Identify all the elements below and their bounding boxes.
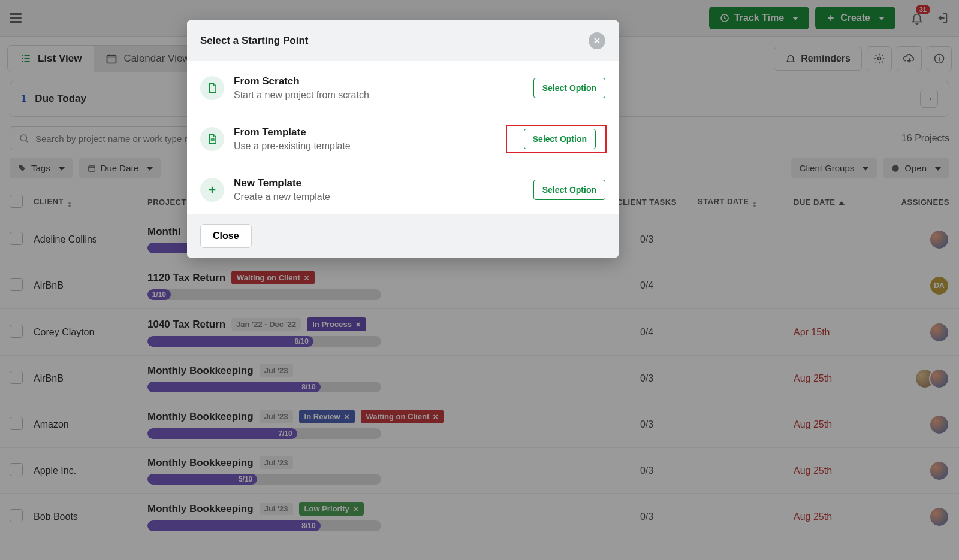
document-icon: [200, 76, 224, 100]
select-option-button[interactable]: Select Option: [533, 180, 605, 200]
close-button[interactable]: Close: [200, 224, 252, 248]
close-icon[interactable]: ✕: [589, 32, 605, 49]
starting-point-modal: Select a Starting Point ✕ From ScratchSt…: [187, 20, 619, 258]
modal-option: From TemplateUse a pre-existing template…: [187, 113, 619, 165]
option-desc: Use a pre-existing template: [234, 141, 496, 152]
option-title: New Template: [234, 177, 524, 189]
option-title: From Template: [234, 126, 496, 138]
option-desc: Create a new template: [234, 192, 524, 202]
modal-option: New TemplateCreate a new templateSelect …: [187, 165, 619, 214]
modal-overlay: Select a Starting Point ✕ From ScratchSt…: [0, 0, 959, 560]
select-option-button[interactable]: Select Option: [533, 78, 605, 98]
modal-option: From ScratchStart a new project from scr…: [187, 61, 619, 113]
option-title: From Scratch: [234, 75, 524, 87]
select-option-button[interactable]: Select Option: [524, 129, 596, 149]
modal-title: Select a Starting Point: [200, 35, 308, 47]
document-icon: [200, 127, 224, 151]
option-desc: Start a new project from scratch: [234, 90, 524, 101]
plus-icon: [200, 178, 224, 202]
